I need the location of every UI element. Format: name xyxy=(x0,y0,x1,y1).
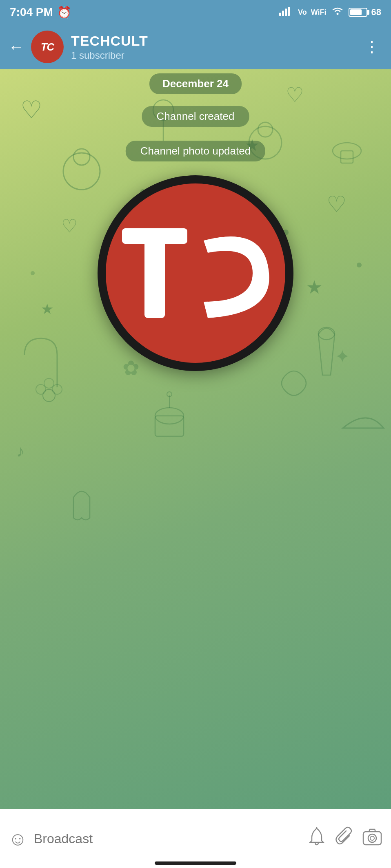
system-message-photo-updated: Channel photo updated xyxy=(126,141,265,161)
svg-rect-3 xyxy=(288,7,290,16)
channel-photo[interactable] xyxy=(98,175,293,371)
battery-percent: 68 xyxy=(371,7,381,18)
svg-point-23 xyxy=(44,378,54,388)
notify-button[interactable] xyxy=(306,826,327,851)
back-button[interactable]: ← xyxy=(8,39,24,55)
signal-icon xyxy=(279,6,294,18)
date-badge: December 24 xyxy=(149,73,242,94)
svg-point-37 xyxy=(357,263,362,267)
channel-info: TECHCULT 1 subscriber xyxy=(71,33,361,61)
status-bar: 7:04 PM ⏰ Vo WiFi 68 xyxy=(0,0,391,24)
emoji-button[interactable]: ☺ xyxy=(8,828,27,850)
bottom-bar: ☺ xyxy=(0,809,391,868)
channel-header: ← TC TECHCULT 1 subscriber ⋮ xyxy=(0,24,391,69)
battery-icon xyxy=(349,8,367,17)
svg-text:♡: ♡ xyxy=(327,192,347,217)
svg-text:✿: ✿ xyxy=(122,357,140,380)
channel-name: TECHCULT xyxy=(71,33,361,49)
svg-text:✦: ✦ xyxy=(335,346,350,367)
svg-text:♡: ♡ xyxy=(286,84,304,106)
status-icons: Vo WiFi 68 xyxy=(279,6,381,18)
system-message-channel-created: Channel created xyxy=(142,106,249,127)
svg-point-15 xyxy=(258,122,273,137)
svg-point-42 xyxy=(368,834,376,842)
broadcast-input[interactable] xyxy=(34,831,300,846)
channel-avatar[interactable]: TC xyxy=(31,31,64,63)
svg-text:★: ★ xyxy=(41,301,53,317)
wifi-icon xyxy=(331,6,344,18)
avatar-text: TC xyxy=(41,41,54,53)
camera-button[interactable] xyxy=(362,826,383,851)
svg-point-24 xyxy=(318,327,335,340)
svg-point-36 xyxy=(31,271,35,275)
svg-text:★: ★ xyxy=(306,277,322,298)
svg-text:♡: ♡ xyxy=(61,216,78,236)
tc-logo-svg xyxy=(114,216,277,330)
svg-point-20 xyxy=(43,389,55,402)
alarm-icon: ⏰ xyxy=(57,6,71,19)
svg-rect-0 xyxy=(279,13,281,16)
svg-point-43 xyxy=(370,836,374,840)
vo-label: Vo xyxy=(298,8,307,17)
svg-rect-29 xyxy=(155,416,184,436)
svg-point-21 xyxy=(36,384,46,394)
svg-point-12 xyxy=(63,153,100,190)
wifi-label: WiFi xyxy=(311,8,327,17)
logo-inner-circle xyxy=(106,183,285,363)
svg-text:♪: ♪ xyxy=(16,442,24,460)
attach-button[interactable] xyxy=(334,826,355,851)
svg-rect-1 xyxy=(282,11,284,16)
home-indicator xyxy=(155,861,236,865)
svg-rect-2 xyxy=(285,9,287,16)
svg-rect-17 xyxy=(341,151,353,163)
time-text: 7:04 PM xyxy=(10,6,53,19)
more-button[interactable]: ⋮ xyxy=(361,38,383,56)
svg-point-13 xyxy=(73,149,90,165)
svg-text:♡: ♡ xyxy=(20,96,42,124)
subscriber-count: 1 subscriber xyxy=(71,50,361,61)
status-time: 7:04 PM ⏰ xyxy=(10,6,71,19)
svg-point-4 xyxy=(336,13,338,15)
svg-rect-39 xyxy=(144,228,165,318)
